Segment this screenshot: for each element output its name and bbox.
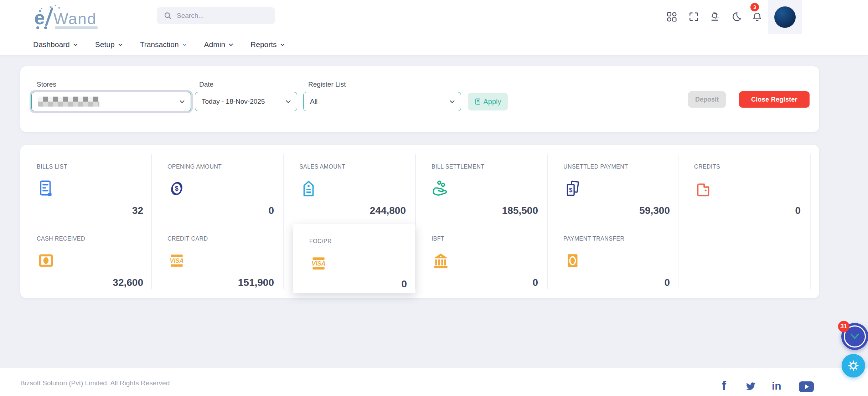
stat-cash-received: CASH RECEIVED 32,600 bbox=[20, 236, 143, 303]
stat-value: 0 bbox=[532, 277, 538, 288]
stores-value-redacted bbox=[38, 97, 99, 107]
register-list-select[interactable]: All bbox=[303, 92, 461, 111]
nav-admin-label: Admin bbox=[204, 40, 226, 49]
nav-transaction-label: Transaction bbox=[140, 40, 179, 49]
stat-value: 0 bbox=[268, 205, 274, 216]
nav-setup-label: Setup bbox=[95, 40, 115, 49]
date-label: Date bbox=[199, 81, 213, 88]
search-bar[interactable] bbox=[157, 7, 275, 24]
register-list-label: Register List bbox=[308, 81, 346, 88]
ewand-logo-icon: e Wand bbox=[31, 4, 124, 31]
stat-unsettled-payment: UNSETTLED PAYMENT $ 59,300 bbox=[547, 164, 670, 231]
stat-value: 59,300 bbox=[639, 205, 670, 216]
stat-value: 151,900 bbox=[238, 277, 274, 288]
apps-grid-icon[interactable] bbox=[666, 11, 677, 22]
chevron-down-icon bbox=[73, 43, 78, 46]
scroll-fab-badge: 31 bbox=[838, 321, 849, 332]
stat-label: BILL SETTLEMENT bbox=[432, 164, 485, 170]
chevron-down-icon bbox=[179, 100, 185, 103]
filter-panel: Stores Date Today - 18-Nov-2025 Register… bbox=[20, 66, 819, 132]
youtube-icon[interactable] bbox=[799, 381, 814, 392]
stat-credits: CREDITS 0 bbox=[678, 164, 801, 231]
svg-text:$: $ bbox=[569, 187, 573, 194]
avatar[interactable] bbox=[774, 6, 796, 28]
stores-label: Stores bbox=[37, 81, 56, 88]
notifications-bell-icon[interactable] bbox=[752, 11, 763, 22]
main-navigation: Dashboard Setup Transaction Admin Report… bbox=[0, 34, 868, 55]
stat-label: CREDIT CARD bbox=[167, 236, 208, 242]
hand-coins-icon bbox=[432, 179, 450, 198]
chevron-down-icon bbox=[182, 43, 187, 46]
wallet-icon bbox=[694, 179, 713, 198]
stat-opening-amount: OPENING AMOUNT $ 0 bbox=[151, 164, 274, 231]
chevron-down-icon bbox=[449, 100, 455, 103]
nav-transaction[interactable]: Transaction bbox=[140, 40, 187, 49]
stores-select[interactable] bbox=[31, 92, 191, 111]
search-input[interactable] bbox=[177, 12, 262, 20]
top-header: e Wand bbox=[0, 0, 868, 34]
chevron-down-icon bbox=[280, 43, 285, 46]
stat-label: UNSETTLED PAYMENT bbox=[563, 164, 628, 170]
apply-doc-icon bbox=[474, 98, 481, 105]
visa-icon: VISA bbox=[309, 254, 328, 273]
stat-label: BILLS LIST bbox=[37, 164, 67, 170]
stat-value: 0 bbox=[795, 205, 801, 216]
gear-icon bbox=[847, 359, 860, 372]
stat-ibft: IBFT 0 bbox=[415, 236, 538, 303]
apply-label: Apply bbox=[483, 98, 501, 106]
banknote-icon bbox=[37, 251, 55, 270]
receipt-icon bbox=[37, 179, 55, 198]
svg-text:e: e bbox=[34, 7, 45, 28]
nav-dashboard[interactable]: Dashboard bbox=[33, 40, 78, 49]
divider bbox=[810, 154, 811, 289]
notification-count-badge: 3 bbox=[750, 3, 759, 11]
theme-color-bucket-icon[interactable] bbox=[710, 11, 720, 22]
linkedin-icon[interactable]: in bbox=[772, 380, 781, 392]
stat-credit-card: CREDIT CARD VISA 151,900 bbox=[151, 236, 274, 303]
facebook-icon[interactable]: f bbox=[722, 379, 726, 394]
fullscreen-icon[interactable] bbox=[688, 11, 699, 22]
nav-reports-label: Reports bbox=[250, 40, 277, 49]
nav-admin[interactable]: Admin bbox=[204, 40, 234, 49]
close-register-button[interactable]: Close Register bbox=[739, 91, 810, 108]
deposit-label: Deposit bbox=[695, 96, 719, 103]
nav-dashboard-label: Dashboard bbox=[33, 40, 70, 49]
dashboard-page: e Wand bbox=[0, 0, 868, 396]
apply-button[interactable]: Apply bbox=[468, 93, 508, 110]
search-icon bbox=[164, 12, 172, 20]
svg-text:Wand: Wand bbox=[53, 10, 97, 27]
stat-value: 185,500 bbox=[502, 205, 538, 216]
stat-label: IBFT bbox=[432, 236, 444, 242]
register-list-value: All bbox=[310, 98, 317, 106]
user-menu[interactable] bbox=[768, 0, 802, 34]
ewand-logo[interactable]: e Wand bbox=[31, 4, 124, 31]
stat-payment-transfer: PAYMENT TRANSFER 0 bbox=[547, 236, 670, 303]
copyright-text: Bizsoft Solution (Pvt) Limited. All Righ… bbox=[20, 379, 170, 387]
svg-text:VISA: VISA bbox=[312, 260, 326, 267]
stat-value: 0 bbox=[401, 278, 407, 290]
chevron-down-icon bbox=[285, 100, 291, 103]
date-select[interactable]: Today - 18-Nov-2025 bbox=[195, 92, 297, 111]
bills-stack-icon: $ bbox=[563, 179, 582, 198]
coin-dollar-icon: $ bbox=[167, 179, 186, 198]
stat-bills-list: BILLS LIST 32 bbox=[20, 164, 143, 231]
stat-label: SALES AMOUNT bbox=[299, 164, 345, 170]
settings-fab[interactable] bbox=[842, 354, 865, 377]
money-transfer-icon bbox=[563, 251, 582, 270]
chevron-down-icon bbox=[228, 43, 233, 46]
stat-value: 32,600 bbox=[113, 277, 143, 288]
twitter-icon[interactable] bbox=[745, 381, 757, 391]
stat-foc-pr-highlighted[interactable]: FOC/PR VISA 0 bbox=[293, 224, 415, 293]
nav-reports[interactable]: Reports bbox=[250, 40, 285, 49]
visa-icon: VISA bbox=[167, 251, 186, 270]
close-register-label: Close Register bbox=[751, 96, 797, 103]
stat-sales-amount: SALES AMOUNT 244,800 bbox=[283, 164, 406, 231]
deposit-button[interactable]: Deposit bbox=[688, 91, 726, 108]
nav-setup[interactable]: Setup bbox=[95, 40, 123, 49]
dark-mode-moon-icon[interactable] bbox=[731, 11, 742, 22]
stat-label: FOC/PR bbox=[309, 238, 332, 245]
play-icon bbox=[805, 384, 809, 389]
svg-text:VISA: VISA bbox=[170, 257, 184, 264]
stat-value: 244,800 bbox=[370, 205, 406, 216]
bank-icon bbox=[432, 251, 450, 270]
